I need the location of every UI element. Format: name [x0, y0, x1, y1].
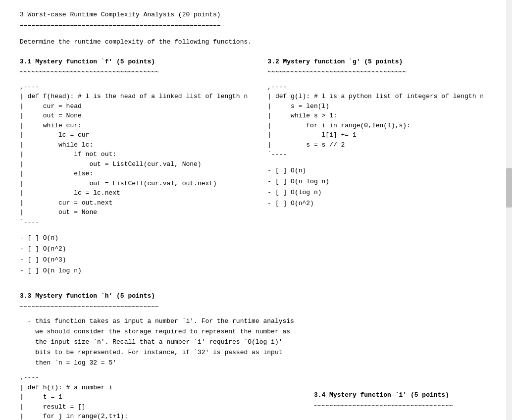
section34-underline: ~~~~~~~~~~~~~~~~~~~~~~~~~~~~~~~~~~~~: [314, 401, 492, 411]
section32-title: 3.2 Mystery function `g' (5 points): [267, 57, 492, 67]
section31-code: ,---- | def f(head): # l is the head of …: [20, 82, 248, 227]
option-31-1[interactable]: - [ ] O(n): [20, 233, 248, 244]
divider: ========================================…: [20, 22, 492, 32]
scrollbar-thumb[interactable]: [506, 168, 512, 208]
section31-options: - [ ] O(n) - [ ] O(n^2) - [ ] O(n^3) - […: [20, 233, 248, 276]
section33-desc: - this function takes as input a number …: [20, 316, 294, 368]
section34-title: 3.4 Mystery function `i' (5 points): [314, 390, 492, 400]
option-32-2[interactable]: - [ ] O(n log n): [267, 176, 492, 187]
option-31-4[interactable]: - [ ] O(n log n): [20, 265, 248, 276]
section33-title: 3.3 Mystery function `h' (5 points): [20, 291, 294, 301]
option-32-1[interactable]: - [ ] O(n): [267, 165, 492, 176]
option-31-3[interactable]: - [ ] O(n^3): [20, 255, 248, 265]
section34-code: ,---- | def i(l): # a python list l | lo…: [314, 416, 492, 420]
section33-code: ,---- | def h(i): # a number i | t = i |…: [20, 373, 294, 420]
section32-options: - [ ] O(n) - [ ] O(n log n) - [ ] O(log …: [267, 165, 492, 209]
scrollbar-track: [506, 0, 512, 420]
section32-code: ,---- | def g(l): # l is a python list o…: [267, 82, 492, 159]
section31-underline: ~~~~~~~~~~~~~~~~~~~~~~~~~~~~~~~~~~~~: [20, 67, 248, 77]
section32-underline: ~~~~~~~~~~~~~~~~~~~~~~~~~~~~~~~~~~~~: [267, 67, 492, 77]
option-32-4[interactable]: - [ ] O(n^2): [267, 198, 492, 209]
section31-title: 3.1 Mystery function `f' (5 points): [20, 57, 248, 67]
section33-underline: ~~~~~~~~~~~~~~~~~~~~~~~~~~~~~~~~~~~~: [20, 302, 294, 312]
description: Determine the runtime complexity of the …: [20, 37, 492, 47]
page-title: 3 Worst-case Runtime Complexity Analysis…: [20, 10, 492, 20]
option-31-2[interactable]: - [ ] O(n^2): [20, 244, 248, 255]
option-32-3[interactable]: - [ ] O(log n): [267, 187, 492, 198]
